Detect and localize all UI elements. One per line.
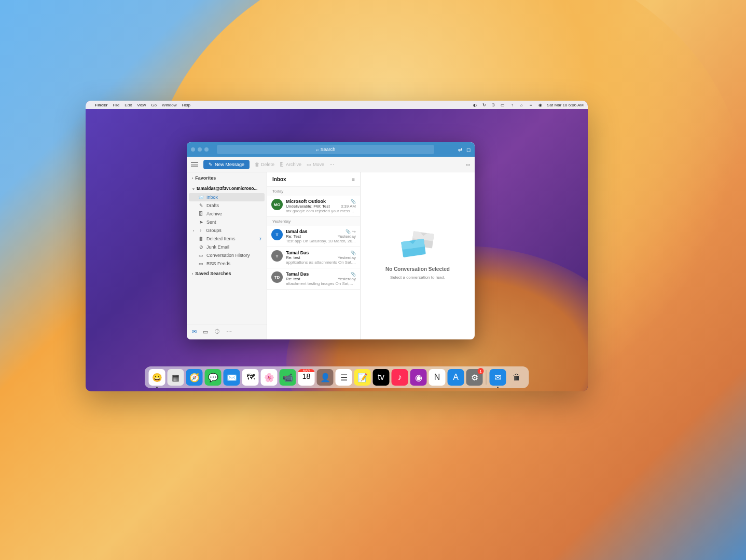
dock-outlook[interactable]: ✉ — [490, 369, 506, 386]
message-time: Yesterday — [338, 234, 356, 239]
move-label: Move — [313, 162, 324, 167]
dock-music[interactable]: ♪ — [392, 369, 408, 386]
sidebar-nav-bottom: ✉ ▭ ⏀ ⋯ — [187, 324, 267, 339]
folder-label: Groups — [206, 228, 222, 233]
traffic-lights[interactable] — [191, 147, 209, 152]
user-icon[interactable]: ⏀ — [491, 102, 496, 107]
dock-calendar[interactable]: MAR18 — [298, 369, 315, 386]
unread-badge: 7 — [259, 237, 261, 241]
message-time: Yesterday — [338, 277, 356, 281]
folder-rss-feeds[interactable]: ▭RSS Feeds — [187, 259, 267, 268]
folder-sidebar: › Favorites ⌄ tamaldas@zf3vr.onmicroso..… — [187, 172, 267, 339]
timemachine-icon[interactable]: ↻ — [481, 102, 487, 107]
folder-junk-email[interactable]: ⊘Junk Email — [187, 243, 267, 251]
menu-go[interactable]: Go — [151, 103, 157, 107]
message-list: Inbox ≡ TodayMOMicrosoft Outlook📎Undeliv… — [267, 172, 361, 339]
dock-tv[interactable]: tv — [373, 369, 390, 386]
spotlight-icon[interactable]: ⌕ — [519, 102, 524, 107]
dock-finder[interactable]: 😀 — [149, 369, 165, 386]
bell-icon[interactable]: ◻ — [466, 147, 471, 153]
people-nav-icon[interactable]: ⏀ — [214, 329, 220, 335]
message-item[interactable]: MOMicrosoft Outlook📎Undeliverable: FW: T… — [267, 196, 360, 217]
search-field[interactable]: ⌕ Search — [217, 145, 434, 154]
menubar-datetime[interactable]: Sat Mar 18 6:06 AM — [547, 103, 584, 107]
folder-inbox[interactable]: 📨Inbox — [189, 193, 265, 201]
folder-label: Drafts — [206, 203, 219, 208]
folder-label: Inbox — [206, 195, 218, 200]
menu-file[interactable]: File — [113, 103, 119, 107]
message-time: 3:39 AM — [341, 204, 356, 209]
dock-podcasts[interactable]: ◉ — [410, 369, 427, 386]
display-icon[interactable]: ▭ — [500, 102, 505, 107]
dock-reminders[interactable]: ☰ — [336, 369, 352, 386]
new-message-button[interactable]: ✎ New Message — [203, 160, 250, 169]
folder-label: Junk Email — [206, 244, 229, 250]
msglist-group-header: Today — [267, 187, 360, 196]
dock-contacts[interactable]: 👤 — [317, 369, 334, 386]
siri-icon[interactable]: ◉ — [537, 102, 543, 107]
more-nav-icon[interactable]: ⋯ — [226, 329, 232, 335]
folder-icon: 📨 — [198, 195, 204, 200]
hamburger-button[interactable] — [191, 162, 198, 167]
folder-sent[interactable]: ➤Sent — [187, 218, 267, 226]
dock-news[interactable]: N — [429, 369, 446, 386]
more-button[interactable]: ⋯ — [329, 162, 334, 167]
dock-launchpad[interactable]: ▦ — [168, 369, 184, 386]
dock-trash[interactable]: 🗑 — [508, 369, 525, 386]
delete-button[interactable]: 🗑 Delete — [255, 162, 274, 167]
message-item[interactable]: TTamal Das📎Re: testYesterdayapplications… — [267, 247, 360, 268]
bluetooth-icon[interactable]: ↑ — [509, 102, 515, 107]
reading-empty-subtitle: Select a conversation to read. — [390, 275, 445, 280]
dock-safari[interactable]: 🧭 — [186, 369, 203, 386]
status-icon[interactable]: ◐ — [472, 102, 477, 107]
folder-drafts[interactable]: ✎Drafts — [187, 201, 267, 210]
folder-groups[interactable]: ››Groups — [187, 226, 267, 235]
folder-archive[interactable]: 🗄Archive — [187, 210, 267, 218]
mail-nav-icon[interactable]: ✉ — [192, 329, 197, 335]
folder-icon: ▭ — [198, 253, 204, 258]
folder-deleted-items[interactable]: 🗑Deleted Items7 — [187, 235, 267, 243]
menubar-app[interactable]: Finder — [95, 103, 107, 107]
dock-badge: 1 — [478, 368, 484, 374]
dock-photos[interactable]: 🌸 — [261, 369, 278, 386]
message-preview: attachment testing images On Sat,... — [286, 281, 356, 286]
folder-conversation-history[interactable]: ▭Conversation History — [187, 251, 267, 259]
menu-edit[interactable]: Edit — [125, 103, 132, 107]
menu-window[interactable]: Window — [162, 103, 176, 107]
menu-help[interactable]: Help — [182, 103, 190, 107]
msglist-title: Inbox — [272, 176, 286, 182]
send-receive-icon[interactable]: ⇄ — [458, 147, 462, 153]
dock-notes[interactable]: 📝 — [354, 369, 371, 386]
folder-icon: ⊘ — [198, 244, 204, 250]
trash-icon: 🗑 — [255, 162, 259, 167]
search-placeholder: Search — [321, 147, 336, 152]
filter-button[interactable]: ≡ — [352, 176, 355, 182]
delete-label: Delete — [261, 162, 274, 167]
move-button[interactable]: ▭ Move — [307, 162, 324, 167]
folder-icon: ➤ — [198, 220, 204, 225]
message-subject: Re: test — [286, 277, 300, 281]
archive-button[interactable]: 🗄 Archive — [280, 162, 301, 167]
outer-desktop: Finder File Edit View Go Window Help ◐ ↻… — [0, 0, 746, 560]
pane-toggle-button[interactable]: ▭ — [466, 162, 471, 167]
dock-maps[interactable]: 🗺 — [242, 369, 259, 386]
message-item[interactable]: Ttamal das📎↪Re: TestYesterdayTest app On… — [267, 226, 360, 247]
account-header[interactable]: ⌄ tamaldas@zf3vr.onmicroso... — [187, 184, 267, 193]
outlook-titlebar: ⌕ Search ⇄ ◻ — [187, 142, 475, 157]
favorites-label: Favorites — [195, 175, 216, 181]
dock-messages[interactable]: 💬 — [205, 369, 222, 386]
menu-view[interactable]: View — [137, 103, 146, 107]
message-item[interactable]: TDTamal Das📎Re: testYesterdayattachment … — [267, 268, 360, 290]
dock-facetime[interactable]: 📹 — [280, 369, 296, 386]
favorites-section[interactable]: › Favorites — [187, 172, 267, 184]
saved-searches-section[interactable]: › Saved Searches — [187, 268, 267, 279]
calendar-nav-icon[interactable]: ▭ — [203, 329, 208, 335]
dock-mail[interactable]: ✉️ — [224, 369, 240, 386]
control-center-icon[interactable]: ≡ — [528, 102, 533, 107]
saved-searches-label: Saved Searches — [195, 271, 231, 276]
archive-label: Archive — [286, 162, 301, 167]
message-subject: Undeliverable: FW: Test — [286, 204, 330, 209]
dock-appstore[interactable]: A — [448, 369, 464, 386]
message-time: Yesterday — [338, 255, 356, 260]
dock-settings[interactable]: ⚙1 — [466, 369, 483, 386]
